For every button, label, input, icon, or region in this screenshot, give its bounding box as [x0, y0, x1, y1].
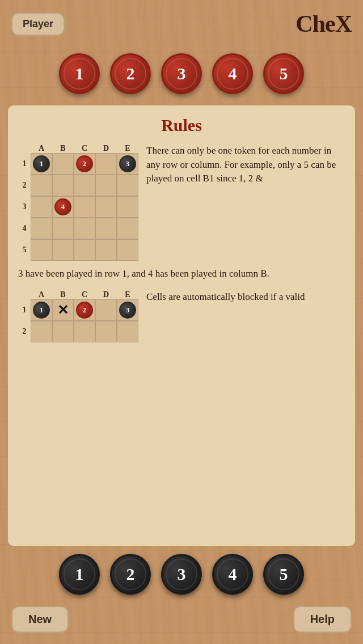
cell-1d[interactable] — [95, 153, 117, 175]
cell-3e[interactable] — [117, 196, 138, 218]
help-button[interactable]: Help — [293, 606, 352, 633]
cell-2b[interactable] — [52, 175, 74, 196]
g2-cell-1e[interactable]: 3 — [117, 299, 138, 321]
top-token-5[interactable]: 5 — [263, 53, 304, 94]
header: Player CheX — [0, 0, 363, 43]
col-b: B — [52, 144, 74, 153]
col-a: A — [31, 144, 52, 153]
grid1-row-1: 1 1 2 3 — [18, 153, 138, 175]
footer: New Help — [0, 600, 363, 644]
grid1-row-4: 4 — [18, 218, 138, 239]
logo: CheX — [296, 10, 352, 37]
rules-para-cont: 3 have been played in row 1, and 4 has b… — [18, 266, 345, 281]
top-token-2[interactable]: 2 — [110, 53, 151, 94]
cell-4d[interactable] — [95, 218, 117, 239]
col-c: C — [74, 144, 95, 153]
cell-3b[interactable]: 4 — [52, 196, 74, 218]
cell-3d[interactable] — [95, 196, 117, 218]
example-section-1: A B C D E 1 1 2 — [18, 144, 345, 261]
bottom-token-1[interactable]: 1 — [59, 554, 100, 595]
g2-cell-1a[interactable]: 1 — [31, 299, 52, 321]
cell-1c[interactable]: 2 — [74, 153, 95, 175]
bottom-token-4[interactable]: 4 — [212, 554, 253, 595]
rules-title: Rules — [18, 116, 345, 135]
g2-cell-1c[interactable]: 2 — [74, 299, 95, 321]
g2-cell-2b[interactable] — [52, 321, 74, 342]
g2-cell-1b[interactable]: ✕ — [52, 299, 74, 321]
top-token-3[interactable]: 3 — [161, 53, 202, 94]
g2-cell-2e[interactable] — [117, 321, 138, 342]
g2-cell-1d[interactable] — [95, 299, 117, 321]
new-button[interactable]: New — [11, 606, 69, 633]
cell-4e[interactable] — [117, 218, 138, 239]
cell-1b[interactable] — [52, 153, 74, 175]
g2-cell-2d[interactable] — [95, 321, 117, 342]
grid2-header: A B C D E — [31, 290, 138, 299]
cell-1e[interactable]: 3 — [117, 153, 138, 175]
screen: Player CheX 1 2 3 4 5 Rules A B — [0, 0, 363, 644]
cell-5c[interactable] — [74, 239, 95, 261]
grid-2: A B C D E 1 1 ✕ 2 — [18, 290, 138, 342]
cell-2c[interactable] — [74, 175, 95, 196]
grid2-row-1: 1 1 ✕ 2 3 — [18, 299, 138, 321]
cell-2e[interactable] — [117, 175, 138, 196]
col-e: E — [117, 144, 138, 153]
rules-text-2: Cells are automatically blocked if a val… — [146, 290, 305, 342]
rules-text-1: There can only be one token for each num… — [146, 144, 345, 261]
col-d: D — [95, 144, 117, 153]
bottom-token-3[interactable]: 3 — [161, 554, 202, 595]
cell-5d[interactable] — [95, 239, 117, 261]
example-section-2: A B C D E 1 1 ✕ 2 — [18, 290, 345, 342]
cell-3a[interactable] — [31, 196, 52, 218]
cell-5a[interactable] — [31, 239, 52, 261]
top-token-4[interactable]: 4 — [212, 53, 253, 94]
bottom-token-row: 1 2 3 4 5 — [59, 554, 304, 595]
grid-1: A B C D E 1 1 2 — [18, 144, 138, 261]
bottom-token-2[interactable]: 2 — [110, 554, 151, 595]
grid1-row-3: 3 4 — [18, 196, 138, 218]
top-token-1[interactable]: 1 — [59, 53, 100, 94]
grid1-row-2: 2 — [18, 175, 138, 196]
rules-panel: Rules A B C D E 1 1 — [8, 105, 355, 546]
g2-cell-2a[interactable] — [31, 321, 52, 342]
g2-cell-2c[interactable] — [74, 321, 95, 342]
grid1-row-5: 5 — [18, 239, 138, 261]
cell-5e[interactable] — [117, 239, 138, 261]
cell-3c[interactable] — [74, 196, 95, 218]
player-button[interactable]: Player — [11, 12, 65, 36]
cell-4c[interactable] — [74, 218, 95, 239]
top-token-row: 1 2 3 4 5 — [59, 53, 304, 94]
grid2-row-2: 2 — [18, 321, 138, 342]
cell-1a[interactable]: 1 — [31, 153, 52, 175]
cell-2a[interactable] — [31, 175, 52, 196]
cell-2d[interactable] — [95, 175, 117, 196]
cell-4a[interactable] — [31, 218, 52, 239]
bottom-token-5[interactable]: 5 — [263, 554, 304, 595]
cell-5b[interactable] — [52, 239, 74, 261]
cell-4b[interactable] — [52, 218, 74, 239]
grid1-header: A B C D E — [31, 144, 138, 153]
